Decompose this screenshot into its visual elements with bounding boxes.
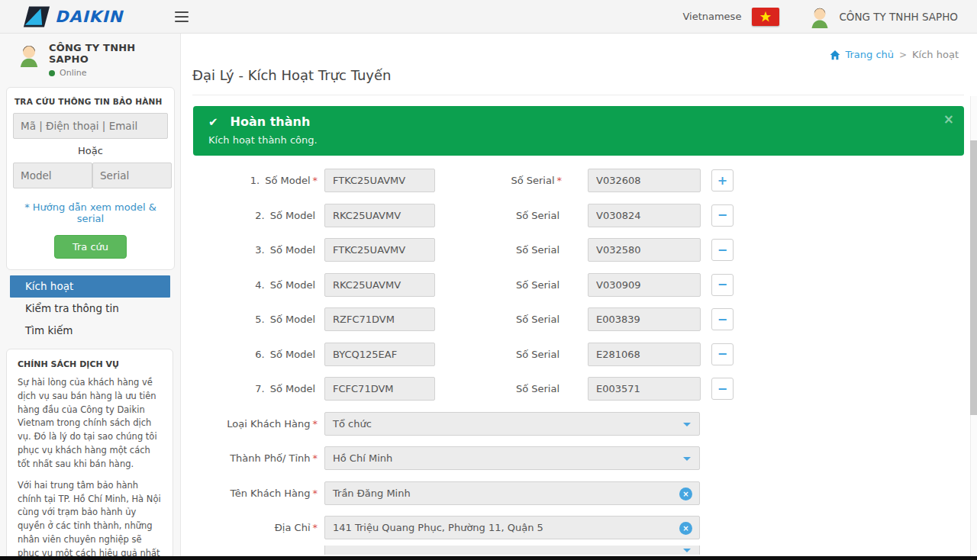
sidebar-menu: Kích hoạt Kiểm tra thông tin Tìm kiếm [0,275,180,342]
serial-label: Số Serial [435,349,562,360]
model-input[interactable] [324,377,435,401]
serial-input[interactable] [588,377,701,401]
warranty-search-card: TRA CỨU THÔNG TIN BẢO HÀNH Hoặc * Hướng … [6,87,175,270]
breadcrumb: Trang chủ > Kích hoạt [830,49,959,60]
daikin-logo[interactable]: DAIKIN [23,5,123,28]
city-row: Thành Phố/ Tỉnh* Hồ Chí Minh [193,441,964,476]
serial-label: Số Serial* [435,175,562,186]
model-label: 7.Số Model [193,383,318,394]
hamburger-menu-icon[interactable] [175,11,189,22]
header-user-menu[interactable]: CÔNG TY TNHH SAPHO [808,5,958,28]
serial-label: Số Serial [435,314,562,325]
vietnam-flag-icon[interactable] [752,8,779,26]
or-label: Hoặc [13,145,168,156]
remove-row-button[interactable]: − [711,239,734,261]
model-serial-row: 5.Số Model Số Serial − [193,302,964,337]
model-input[interactable] [324,238,435,262]
online-status-label: Online [60,68,86,78]
address-input[interactable]: 141 Triệu Quang Phục, Phường 11, Quận 5 … [324,516,700,539]
serial-label: Số Serial [435,244,562,256]
customer-type-select[interactable]: Tổ chức [324,412,700,436]
clear-icon[interactable]: × [679,522,692,535]
home-icon[interactable] [830,50,840,60]
remove-row-button[interactable]: − [711,378,734,400]
model-input[interactable] [324,307,435,331]
city-label: Thành Phố/ Tỉnh* [193,452,318,464]
language-label: Vietnamese [682,11,741,22]
chevron-down-icon [683,549,691,552]
online-status-dot [49,70,55,76]
sidebar-item-tim-kiem[interactable]: Tìm kiếm [10,320,170,342]
chevron-down-icon [683,423,691,426]
top-header: DAIKIN Vietnamese CÔNG TY TNHH SAPHO [0,0,977,34]
model-serial-row: 2.Số Model Số Serial − [193,198,964,233]
model-search-input[interactable] [13,163,92,188]
serial-input[interactable] [588,169,701,192]
close-icon[interactable]: × [943,113,954,126]
breadcrumb-current: Kích hoạt [912,49,959,60]
main-content: Trang chủ > Kích hoạt Đại Lý - Kích Hoạt… [181,34,977,560]
remove-row-button[interactable]: − [711,274,734,296]
service-policy-card: CHÍNH SÁCH DỊCH VỤ Sự hài lòng của khách… [6,349,173,560]
sidebar-item-kich-hoat[interactable]: Kích hoạt [10,275,170,298]
header-user-name: CÔNG TY TNHH SAPHO [839,11,958,23]
serial-input[interactable] [588,307,701,331]
model-label: 6.Số Model [193,349,318,360]
model-serial-row: 3.Số Model Số Serial − [193,233,964,268]
model-input[interactable] [324,273,435,297]
flag-star-icon [759,11,772,23]
model-serial-guide-link[interactable]: * Hướng dẫn xem model & serial [13,201,168,224]
breadcrumb-home-link[interactable]: Trang chủ [845,49,894,60]
serial-search-input[interactable] [92,163,172,188]
serial-input[interactable] [588,238,701,262]
customer-type-value: Tổ chức [333,418,372,430]
customer-name-row: Tên Khách Hàng* Trần Đăng Minh × [193,476,964,511]
address-row: Địa Chỉ* 141 Triệu Quang Phục, Phường 11… [193,510,964,546]
next-field-select-partial[interactable] [324,546,700,555]
remove-row-button[interactable]: − [711,308,734,330]
user-avatar [808,5,831,28]
model-input[interactable] [324,343,435,366]
alert-title: Hoàn thành [231,114,311,129]
daikin-logo-icon [23,5,50,28]
customer-name-label: Tên Khách Hàng* [193,488,318,499]
serial-input[interactable] [588,343,701,366]
search-button[interactable]: Tra cứu [54,235,127,259]
service-policy-paragraph-1: Sự hài lòng của khách hàng về dịch vụ sa… [18,376,163,471]
clear-icon[interactable]: × [679,488,692,500]
alert-message: Kích hoạt thành công. [208,134,950,146]
service-policy-paragraph-2: Với hai trung tâm bảo hành chính tại TP.… [18,479,163,560]
model-serial-row: 1.Số Model* Số Serial* + [193,163,964,198]
scrollbar-thumb[interactable] [970,140,977,415]
success-alert: ✔ Hoàn thành Kích hoạt thành công. × [193,106,964,156]
sidebar-item-kiem-tra-thong-tin[interactable]: Kiểm tra thông tin [10,298,170,320]
breadcrumb-separator: > [899,50,907,60]
model-label: 3.Số Model [193,244,318,256]
model-label: 1.Số Model* [193,175,318,186]
sidebar: CÔNG TY TNHH SAPHO Online TRA CỨU THÔNG … [0,34,181,560]
address-value: 141 Triệu Quang Phục, Phường 11, Quận 5 [333,522,543,533]
serial-input[interactable] [588,204,701,227]
scrollbar-track[interactable] [970,96,977,560]
sidebar-user-name: CÔNG TY TNHH SAPHO [49,42,171,65]
service-policy-title: CHÍNH SÁCH DỊCH VỤ [18,359,163,369]
model-input[interactable] [324,204,435,227]
serial-input[interactable] [588,273,701,297]
model-input[interactable] [324,169,435,192]
remove-row-button[interactable]: − [711,343,734,365]
customer-name-input[interactable]: Trần Đăng Minh × [324,481,700,505]
serial-label: Số Serial [435,210,562,221]
add-row-button[interactable]: + [711,169,734,191]
remove-row-button[interactable]: − [711,204,734,227]
city-select[interactable]: Hồ Chí Minh [324,446,700,470]
model-label: 5.Số Model [193,314,318,325]
city-value: Hồ Chí Minh [333,452,392,464]
model-serial-row: 4.Số Model Số Serial − [193,268,964,303]
activation-form: 1.Số Model* Số Serial* + 2.Số Model Số S… [193,163,964,555]
chevron-down-icon [683,457,691,461]
customer-type-row: Loại Khách Hàng* Tổ chức [193,407,964,442]
serial-label: Số Serial [435,383,562,394]
sidebar-user-avatar [17,42,41,68]
serial-label: Số Serial [435,279,562,291]
warranty-code-input[interactable] [13,113,168,139]
